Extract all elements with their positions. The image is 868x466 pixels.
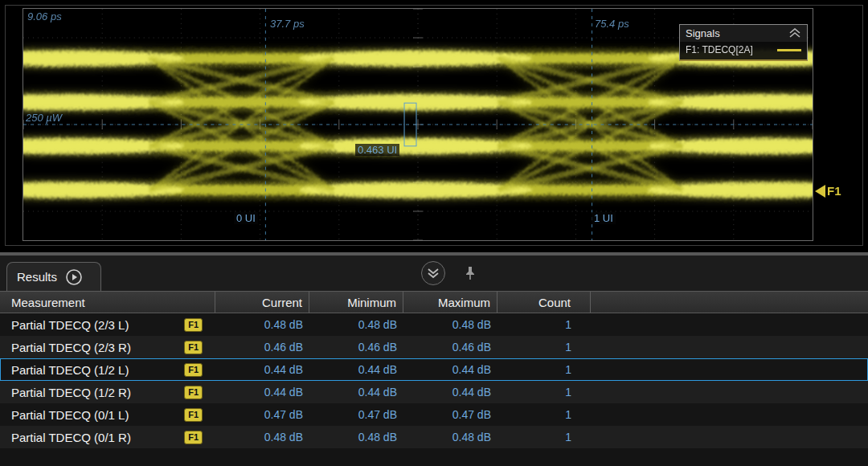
column-header-maximum[interactable]: Maximum — [403, 292, 497, 313]
column-header-count[interactable]: Count — [497, 292, 591, 313]
table-row[interactable]: Partial TDECQ (1/2 L) F1 0.44 dB 0.44 dB… — [0, 358, 868, 381]
cursor-b-readout: 75.4 ps — [595, 18, 629, 30]
count-value: 1 — [497, 403, 591, 426]
count-value: 1 — [497, 426, 591, 448]
source-badge: F1 — [184, 408, 203, 422]
signal-list-item[interactable]: F1: TDECQ[2A] — [680, 42, 807, 59]
column-header-minimum[interactable]: Minimum — [309, 292, 403, 313]
collapse-up-icon[interactable] — [788, 28, 801, 39]
minimum-value: 0.46 dB — [309, 336, 403, 358]
maximum-value: 0.44 dB — [403, 358, 497, 381]
table-row[interactable]: Partial TDECQ (0/1 L) F1 0.47 dB 0.47 dB… — [0, 403, 868, 426]
scope-display: 9.06 ps 37.7 ps 75.4 ps 250 µW 0.463 UI … — [0, 0, 868, 252]
play-icon[interactable] — [65, 268, 83, 286]
signals-panel-title: Signals — [686, 27, 720, 39]
measurement-name: Partial TDECQ (2/3 R) — [11, 341, 131, 354]
minimum-value: 0.48 dB — [309, 426, 403, 448]
maximum-value: 0.44 dB — [403, 381, 497, 403]
signals-panel[interactable]: Signals F1: TDECQ[2A] — [679, 24, 808, 61]
cursor-a-readout: 37.7 ps — [270, 18, 305, 30]
current-value: 0.46 dB — [215, 336, 309, 358]
current-value: 0.48 dB — [215, 426, 309, 448]
results-table: Measurement Current Minimum Maximum Coun… — [0, 292, 868, 466]
ui-position-label: 0.463 UI — [355, 144, 399, 156]
results-toolbar: Results — [0, 255, 868, 292]
table-body: Partial TDECQ (2/3 L) F1 0.48 dB 0.48 dB… — [0, 313, 868, 448]
minimum-value: 0.48 dB — [309, 313, 403, 336]
pin-icon[interactable] — [465, 266, 476, 280]
collapse-panel-button[interactable] — [421, 261, 445, 285]
current-value: 0.48 dB — [215, 313, 309, 336]
measurement-name: Partial TDECQ (0/1 L) — [11, 408, 129, 422]
table-row[interactable]: Partial TDECQ (0/1 R) F1 0.48 dB 0.48 dB… — [0, 426, 868, 448]
current-value: 0.44 dB — [215, 381, 309, 403]
amplitude-readout: 250 µW — [26, 112, 62, 124]
source-badge: F1 — [184, 318, 203, 332]
minimum-value: 0.47 dB — [309, 403, 403, 426]
trace-marker-label: F1 — [827, 184, 841, 198]
measurement-name: Partial TDECQ (0/1 R) — [11, 431, 131, 444]
table-row[interactable]: Partial TDECQ (2/3 R) F1 0.46 dB 0.46 dB… — [0, 336, 868, 358]
left-arrow-icon — [815, 185, 825, 198]
column-header-current[interactable]: Current — [215, 292, 309, 313]
table-header: Measurement Current Minimum Maximum Coun… — [0, 292, 868, 313]
measurement-name: Partial TDECQ (1/2 L) — [11, 363, 129, 377]
signal-color-swatch — [777, 49, 801, 51]
current-value: 0.44 dB — [215, 358, 309, 381]
ui-start-label: 0 UI — [234, 212, 258, 224]
measurement-name: Partial TDECQ (2/3 L) — [11, 318, 129, 332]
delta-time-readout: 9.06 ps — [27, 10, 62, 22]
count-value: 1 — [497, 358, 591, 381]
count-value: 1 — [497, 313, 591, 336]
signal-label: F1: TDECQ[2A] — [686, 44, 753, 55]
maximum-value: 0.48 dB — [403, 426, 497, 448]
ui-end-label: 1 UI — [592, 212, 616, 224]
maximum-value: 0.48 dB — [403, 313, 497, 336]
maximum-value: 0.46 dB — [403, 336, 497, 358]
measurement-name: Partial TDECQ (1/2 R) — [11, 386, 131, 399]
current-value: 0.47 dB — [215, 403, 309, 426]
tab-results[interactable]: Results — [6, 262, 101, 291]
source-badge: F1 — [184, 431, 203, 444]
column-header-filler — [591, 292, 868, 313]
minimum-value: 0.44 dB — [309, 358, 403, 381]
maximum-value: 0.47 dB — [403, 403, 497, 426]
source-badge: F1 — [184, 386, 203, 399]
count-value: 1 — [497, 381, 591, 403]
table-row[interactable]: Partial TDECQ (1/2 R) F1 0.44 dB 0.44 dB… — [0, 381, 868, 403]
source-badge: F1 — [184, 341, 203, 354]
table-filler — [0, 448, 868, 466]
count-value: 1 — [497, 336, 591, 358]
source-badge: F1 — [184, 363, 203, 377]
column-header-measurement[interactable]: Measurement — [0, 292, 215, 313]
trace-position-marker[interactable]: F1 — [815, 184, 841, 198]
minimum-value: 0.44 dB — [309, 381, 403, 403]
tab-results-label: Results — [17, 270, 57, 284]
table-row[interactable]: Partial TDECQ (2/3 L) F1 0.48 dB 0.48 dB… — [0, 313, 868, 336]
